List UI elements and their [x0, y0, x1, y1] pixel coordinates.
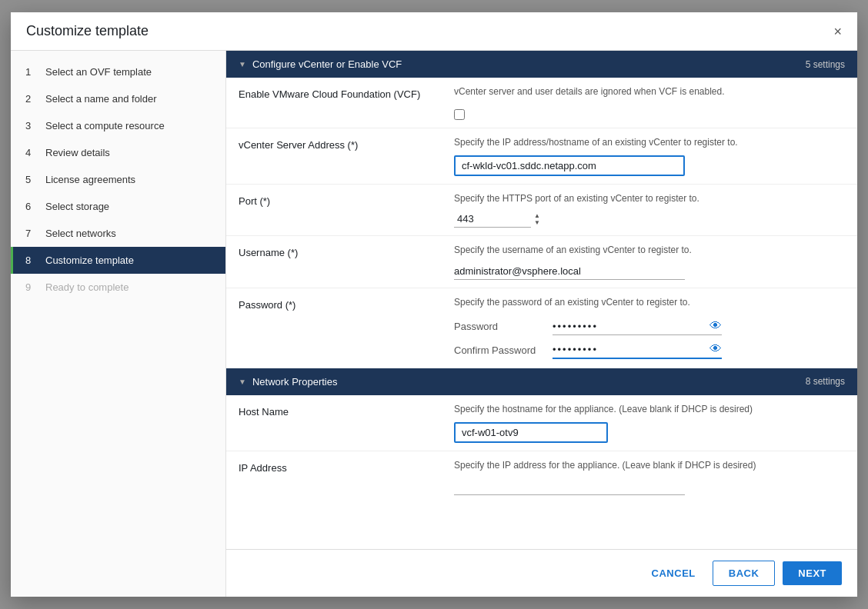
vcenter-address-input[interactable] [454, 155, 685, 176]
sidebar-item-license[interactable]: 5 License agreements [11, 166, 225, 193]
step-1-number: 1 [25, 66, 38, 78]
modal-body: 1 Select an OVF template 2 Select a name… [11, 51, 857, 597]
network-properties-title: Network Properties [252, 376, 338, 388]
step-9-label: Ready to complete [45, 281, 129, 293]
sidebar-item-review[interactable]: 4 Review details [11, 139, 225, 166]
ip-address-label: IP Address [226, 451, 442, 503]
modal-overlay: Customize template × 1 Select an OVF tem… [0, 0, 868, 609]
enable-vcf-checkbox[interactable] [454, 109, 465, 120]
step-6-number: 6 [25, 201, 38, 212]
sidebar-item-name-folder[interactable]: 2 Select a name and folder [11, 85, 225, 112]
network-properties-form: Host Name Specify the hostname for the a… [226, 395, 857, 503]
step-5-label: License agreements [45, 174, 135, 185]
vcenter-address-value: Specify the IP address/hostname of an ex… [442, 128, 857, 184]
password-field-label: Password [454, 321, 546, 332]
step-2-label: Select a name and folder [45, 93, 157, 105]
ip-address-input[interactable] [454, 478, 685, 495]
password-desc: Specify the password of an existing vCen… [454, 296, 845, 309]
back-button[interactable]: BACK [713, 561, 776, 586]
port-down-arrow[interactable]: ▼ [534, 220, 540, 226]
password-value-col: Specify the password of an existing vCen… [442, 288, 857, 367]
confirm-password-input-row: Confirm Password 👁 [454, 341, 845, 359]
password-eye-icon[interactable]: 👁 [706, 319, 722, 333]
port-value: Specify the HTTPS port of an existing vC… [442, 185, 857, 236]
username-row: Username (*) Specify the username of an … [226, 236, 857, 288]
step-8-number: 8 [25, 255, 38, 266]
password-row: Password (*) Specify the password of an … [226, 288, 857, 367]
step-7-number: 7 [25, 228, 38, 239]
step-7-label: Select networks [45, 228, 116, 239]
sidebar-item-ovf-template[interactable]: 1 Select an OVF template [11, 58, 225, 85]
configure-vcenter-title: Configure vCenter or Enable VCF [252, 58, 402, 70]
next-button[interactable]: NEXT [783, 561, 842, 585]
enable-vcf-checkbox-area [454, 109, 845, 120]
step-2-number: 2 [25, 93, 38, 105]
enable-vcf-row: Enable VMware Cloud Foundation (VCF) vCe… [226, 78, 857, 128]
cancel-button[interactable]: CANCEL [643, 561, 705, 585]
configure-vcenter-header: ▼ Configure vCenter or Enable VCF 5 sett… [226, 51, 857, 78]
password-label-col: Password (*) [226, 288, 442, 367]
modal-header: Customize template × [11, 12, 857, 51]
sidebar-item-networks[interactable]: 7 Select networks [11, 220, 225, 247]
step-1-label: Select an OVF template [45, 66, 152, 78]
vcenter-address-label: vCenter Server Address (*) [226, 128, 442, 184]
content-scroll[interactable]: ▼ Configure vCenter or Enable VCF 5 sett… [226, 51, 857, 549]
modal-footer: CANCEL BACK NEXT [226, 549, 857, 597]
port-input-row: ▲ ▼ [454, 211, 845, 228]
step-3-label: Select a compute resource [45, 120, 165, 131]
vcenter-address-desc: Specify the IP address/hostname of an ex… [454, 136, 845, 149]
main-content: ▼ Configure vCenter or Enable VCF 5 sett… [226, 51, 857, 597]
password-input-row: Password 👁 [454, 318, 845, 335]
modal-title: Customize template [26, 23, 149, 39]
configure-vcenter-chevron[interactable]: ▼ [239, 60, 246, 68]
password-input[interactable] [553, 318, 706, 334]
sidebar-item-customize[interactable]: 8 Customize template [11, 247, 225, 274]
enable-vcf-desc: vCenter server and user details are igno… [454, 85, 845, 98]
port-input[interactable] [454, 211, 531, 228]
hostname-desc: Specify the hostname for the appliance. … [454, 403, 845, 416]
username-label: Username (*) [226, 236, 442, 288]
step-4-number: 4 [25, 147, 38, 158]
password-field-wrapper: 👁 [553, 318, 722, 335]
ip-address-desc: Specify the IP address for the appliance… [454, 459, 845, 472]
port-spinner[interactable]: ▲ ▼ [534, 213, 540, 226]
username-desc: Specify the username of an existing vCen… [454, 244, 845, 257]
vcenter-address-row: vCenter Server Address (*) Specify the I… [226, 128, 857, 185]
ip-address-value: Specify the IP address for the appliance… [442, 451, 857, 503]
step-4-label: Review details [45, 147, 110, 158]
step-3-number: 3 [25, 120, 38, 131]
port-row: Port (*) Specify the HTTPS port of an ex… [226, 185, 857, 237]
network-properties-chevron[interactable]: ▼ [239, 378, 246, 386]
username-value: Specify the username of an existing vCen… [442, 236, 857, 288]
confirm-password-field-label: Confirm Password [454, 344, 546, 356]
confirm-password-eye-icon[interactable]: 👁 [706, 342, 722, 356]
network-properties-count: 8 settings [806, 376, 845, 387]
sidebar-item-storage[interactable]: 6 Select storage [11, 193, 225, 220]
configure-vcenter-count: 5 settings [806, 59, 845, 70]
port-up-arrow[interactable]: ▲ [534, 213, 540, 219]
hostname-value: Specify the hostname for the appliance. … [442, 395, 857, 451]
enable-vcf-value: vCenter server and user details are igno… [442, 78, 857, 128]
confirm-password-field-wrapper: 👁 [553, 341, 722, 359]
configure-vcenter-form: Enable VMware Cloud Foundation (VCF) vCe… [226, 78, 857, 367]
hostname-label: Host Name [226, 395, 442, 451]
sidebar-item-ready: 9 Ready to complete [11, 274, 225, 301]
deploy-ovf-modal: Customize template × 1 Select an OVF tem… [11, 12, 857, 597]
step-5-number: 5 [25, 174, 38, 185]
confirm-password-input[interactable] [553, 341, 706, 358]
username-input[interactable] [454, 263, 685, 280]
sidebar: 1 Select an OVF template 2 Select a name… [11, 51, 226, 597]
step-9-number: 9 [25, 281, 38, 293]
close-button[interactable]: × [833, 25, 842, 38]
sidebar-item-compute[interactable]: 3 Select a compute resource [11, 112, 225, 139]
hostname-input[interactable] [454, 422, 608, 443]
enable-vcf-label: Enable VMware Cloud Foundation (VCF) [226, 78, 442, 128]
ip-address-row: IP Address Specify the IP address for th… [226, 451, 857, 503]
step-8-label: Customize template [45, 255, 134, 266]
hostname-row: Host Name Specify the hostname for the a… [226, 395, 857, 451]
step-6-label: Select storage [45, 201, 109, 212]
port-label: Port (*) [226, 185, 442, 236]
port-desc: Specify the HTTPS port of an existing vC… [454, 192, 845, 205]
network-properties-header: ▼ Network Properties 8 settings [226, 368, 857, 395]
